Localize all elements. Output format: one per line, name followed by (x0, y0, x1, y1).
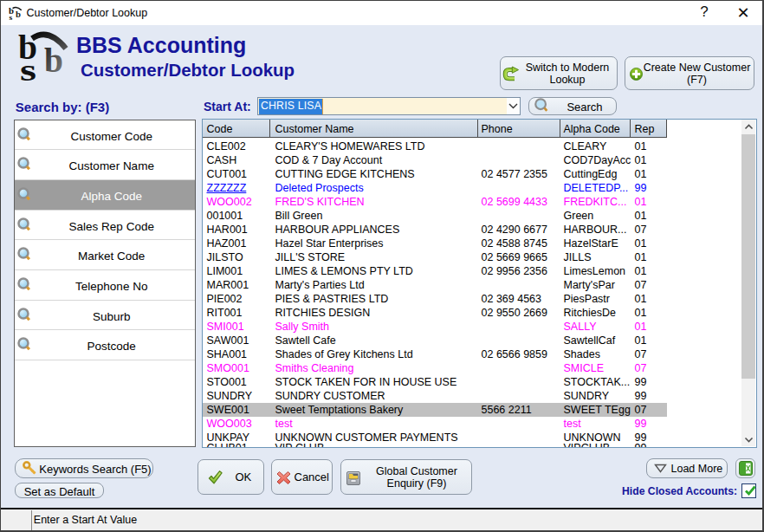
svg-text:s: s (10, 13, 13, 22)
svg-text:s: s (20, 54, 36, 88)
svg-text:b: b (16, 10, 21, 19)
svg-text:b: b (44, 42, 63, 79)
